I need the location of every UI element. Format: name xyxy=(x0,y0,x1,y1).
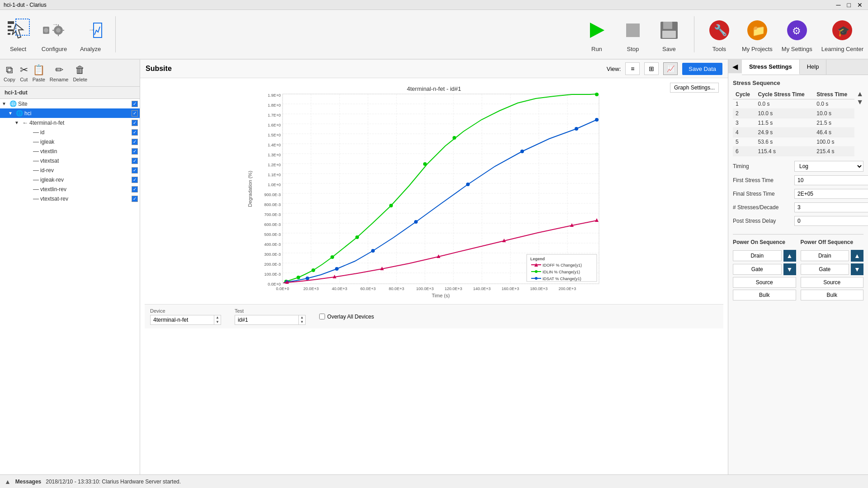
tree-item-id[interactable]: — id ✓ xyxy=(0,127,140,137)
device-up-arrow[interactable]: ▲ xyxy=(214,315,221,320)
select-button[interactable]: Select xyxy=(5,17,32,52)
device-arrows[interactable]: ▲ ▼ xyxy=(214,315,221,324)
post-stress-delay-input-wrap[interactable] xyxy=(794,216,868,226)
toggle-site[interactable]: ▼ xyxy=(2,101,8,106)
test-input-field[interactable] xyxy=(235,316,298,324)
view-table-btn[interactable]: ≡ xyxy=(625,62,640,75)
toggle-4terminal[interactable]: ▼ xyxy=(14,120,21,125)
window-controls[interactable]: ─ □ ✕ xyxy=(835,1,864,9)
copy-button[interactable]: ⧉ Copy xyxy=(4,64,15,82)
id-checkbox[interactable]: ✓ xyxy=(132,129,138,136)
svg-point-99 xyxy=(330,255,334,259)
run-button[interactable]: Run xyxy=(583,17,610,52)
power-off-gate-field: Gate xyxy=(801,264,849,275)
final-stress-time-input-wrap[interactable] xyxy=(794,189,868,199)
rename-button[interactable]: ✏ Rename xyxy=(50,64,69,82)
power-on-gate-down-btn[interactable]: ▼ xyxy=(783,263,796,275)
vtextsat-rev-checkbox[interactable]: ✓ xyxy=(132,196,138,202)
tree-item-vtextsat-rev[interactable]: — vtextsat-rev ✓ xyxy=(0,194,140,203)
save-button[interactable]: Save xyxy=(656,17,683,52)
tree-item-igleak-rev[interactable]: — igleak-rev ✓ xyxy=(0,175,140,184)
delete-button[interactable]: 🗑 Delete xyxy=(73,64,87,82)
tree-item-4terminal[interactable]: ▼ ← 4terminal-n-fet ✓ xyxy=(0,118,140,127)
stresses-per-decade-input-wrap[interactable] xyxy=(794,202,868,212)
toggle-hci[interactable]: ▼ xyxy=(8,111,14,116)
scroll-arrows[interactable]: ▲ ▼ xyxy=(856,90,863,106)
messages-toggle-btn[interactable]: ▲ xyxy=(5,478,11,485)
power-off-drain-up-btn[interactable]: ▲ xyxy=(851,250,863,262)
graph-settings-button[interactable]: Graph Settings... xyxy=(670,83,719,93)
scroll-down-arrow[interactable]: ▼ xyxy=(856,98,863,106)
tree-item-vtextlin[interactable]: — vtextlin ✓ xyxy=(0,146,140,156)
timing-select[interactable]: Log Linear Custom xyxy=(794,161,863,172)
save-icon xyxy=(656,17,683,44)
id-rev-checkbox[interactable]: ✓ xyxy=(132,167,138,174)
close-btn[interactable]: ✕ xyxy=(855,1,864,9)
view-chart-btn[interactable]: 📈 xyxy=(663,62,678,75)
first-stress-time-input-wrap[interactable] xyxy=(794,175,868,185)
svg-rect-21 xyxy=(662,31,676,38)
first-stress-time-input[interactable] xyxy=(795,176,868,185)
stresses-per-decade-input[interactable] xyxy=(795,203,868,212)
scroll-up-arrow[interactable]: ▲ xyxy=(856,90,863,98)
right-expand-button[interactable]: ◀ xyxy=(728,60,742,73)
vtextlin-checkbox[interactable]: ✓ xyxy=(132,148,138,155)
tools-button[interactable]: 🔧 Tools xyxy=(706,17,733,52)
device-input[interactable]: ▲ ▼ xyxy=(150,315,221,325)
device-input-field[interactable] xyxy=(151,316,214,324)
id-label: id xyxy=(40,129,132,136)
save-data-button[interactable]: Save Data xyxy=(682,63,722,75)
tree-root-label: hci-1-dut xyxy=(0,87,140,99)
tree-item-id-rev[interactable]: — id-rev ✓ xyxy=(0,165,140,175)
igleak-rev-checkbox[interactable]: ✓ xyxy=(132,177,138,183)
help-tab[interactable]: Help xyxy=(800,60,827,75)
paste-button[interactable]: 📋 Paste xyxy=(33,64,45,82)
overlay-checkbox[interactable]: Overlay All Devices xyxy=(319,314,374,320)
tree-item-igleak[interactable]: — igleak ✓ xyxy=(0,137,140,146)
minimize-btn[interactable]: ─ xyxy=(835,1,843,9)
stress-settings-tab[interactable]: Stress Settings xyxy=(742,60,800,75)
myprojects-button[interactable]: 📁 My Projects xyxy=(742,17,773,52)
rename-icon: ✏ xyxy=(55,64,63,76)
post-stress-delay-input[interactable] xyxy=(795,216,868,225)
vtextsat-label: vtextsat xyxy=(40,158,132,164)
table-row: 5 53.6 s 100.0 s xyxy=(733,137,854,147)
svg-rect-2 xyxy=(8,29,13,31)
view-grid-btn[interactable]: ⊞ xyxy=(644,62,659,75)
cut-button[interactable]: ✂ Cut xyxy=(20,64,28,82)
vtextsat-checkbox[interactable]: ✓ xyxy=(132,158,138,164)
power-on-drain-up-btn[interactable]: ▲ xyxy=(783,250,796,262)
vtextlin-rev-checkbox[interactable]: ✓ xyxy=(132,186,138,192)
power-off-drain-field: Drain xyxy=(801,250,849,261)
chart-area: Graph Settings... 4terminal-n-fet - id#1 xyxy=(140,78,728,474)
tree-container: ▼ 🌐 Site ✓ ▼ 🌐 hci ✓ ▼ ← 4terminal-n-fet… xyxy=(0,99,140,474)
analyze-button[interactable]: → Analyze xyxy=(77,17,104,52)
maximize-btn[interactable]: □ xyxy=(845,1,853,9)
mysettings-button[interactable]: ⚙ My Settings xyxy=(782,17,812,52)
test-input[interactable]: ▲ ▼ xyxy=(235,315,306,325)
tree-item-hci[interactable]: ▼ 🌐 hci ✓ xyxy=(0,108,140,118)
learning-button[interactable]: 🎓 Learning Center xyxy=(821,17,863,52)
tree-item-vtextsat[interactable]: — vtextsat ✓ xyxy=(0,156,140,165)
svg-point-102 xyxy=(423,162,427,166)
power-on-title: Power On Sequence xyxy=(733,239,796,245)
test-up-arrow[interactable]: ▲ xyxy=(299,315,305,320)
first-stress-time-label: First Stress Time xyxy=(733,177,792,183)
overlay-checkbox-input[interactable] xyxy=(319,314,325,319)
hci-checkbox[interactable]: ✓ xyxy=(132,110,138,117)
4terminal-checkbox[interactable]: ✓ xyxy=(132,120,138,126)
igleak-checkbox[interactable]: ✓ xyxy=(132,139,138,145)
test-down-arrow[interactable]: ▼ xyxy=(299,320,305,324)
svg-point-103 xyxy=(453,136,456,140)
tree-item-vtextlin-rev[interactable]: — vtextlin-rev ✓ xyxy=(0,184,140,194)
overlay-label: Overlay All Devices xyxy=(327,314,374,320)
device-down-arrow[interactable]: ▼ xyxy=(214,320,221,324)
test-arrows[interactable]: ▲ ▼ xyxy=(298,315,305,324)
site-checkbox[interactable]: ✓ xyxy=(132,101,138,107)
stop-button[interactable]: Stop xyxy=(619,17,646,52)
final-stress-time-input[interactable] xyxy=(795,189,868,198)
cell-cst-3: 11.5 s xyxy=(755,118,814,128)
configure-button[interactable]: → Configure xyxy=(41,17,68,52)
power-off-gate-down-btn[interactable]: ▼ xyxy=(851,263,863,275)
tree-item-site[interactable]: ▼ 🌐 Site ✓ xyxy=(0,99,140,108)
